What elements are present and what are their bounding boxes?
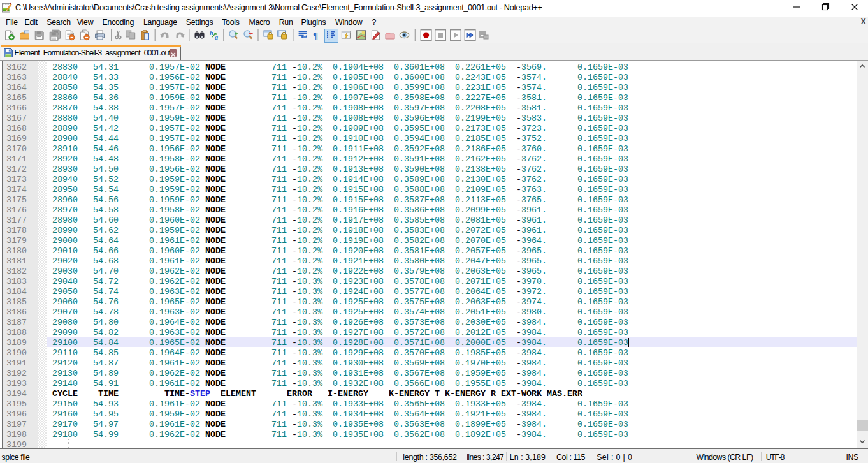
svg-text:¶: ¶ xyxy=(313,31,318,41)
svg-text:h: h xyxy=(210,29,213,36)
